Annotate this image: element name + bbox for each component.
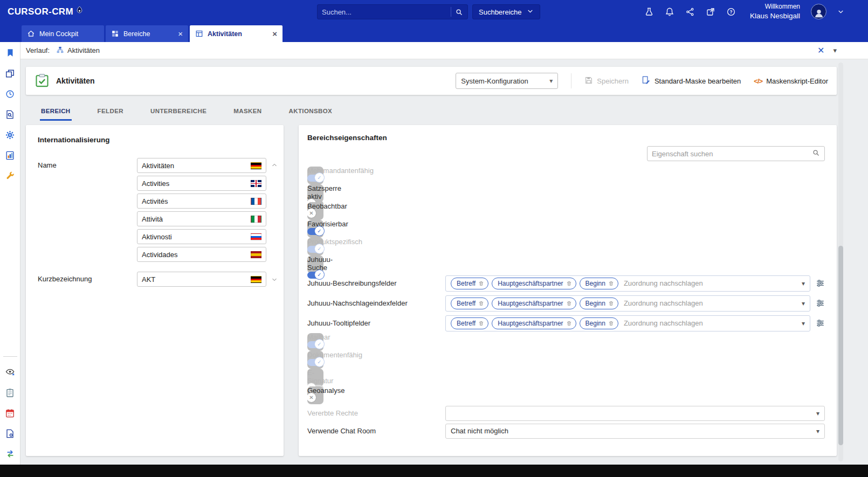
name-input-es[interactable] xyxy=(137,247,266,262)
chevron-down-icon[interactable]: ▾ xyxy=(802,300,805,307)
short-name-input[interactable] xyxy=(137,272,266,287)
name-input-gb[interactable] xyxy=(137,176,266,191)
tune-icon[interactable] xyxy=(816,299,825,308)
trash-icon[interactable] xyxy=(478,280,484,287)
trash-icon[interactable] xyxy=(608,280,614,287)
toggle-off[interactable]: ✕ xyxy=(307,395,323,402)
select-field[interactable]: Chat nicht möglich▾ xyxy=(445,424,825,439)
trash-icon[interactable] xyxy=(608,300,614,307)
chip[interactable]: Beginn xyxy=(580,298,618,309)
clipboard-icon[interactable] xyxy=(5,387,16,398)
chip[interactable]: Hauptgeschäftspartner xyxy=(492,278,576,289)
section-tab-aktionsbox[interactable]: AKTIONSBOX xyxy=(287,105,333,121)
trash-icon[interactable] xyxy=(608,320,614,327)
help-icon[interactable]: ? xyxy=(726,7,736,17)
section-tab-masken[interactable]: MASKEN xyxy=(232,105,263,121)
chip[interactable]: Betreff xyxy=(451,298,488,309)
search-doc-icon[interactable] xyxy=(5,109,16,120)
mask-script-editor-button[interactable]: </> Maskenskript-Editor xyxy=(754,77,828,85)
preview-icon[interactable] xyxy=(5,367,16,377)
scrollbar-thumb[interactable] xyxy=(838,246,843,445)
trash-icon[interactable] xyxy=(478,320,484,327)
save-button[interactable]: Speichern xyxy=(584,76,629,86)
avatar-menu-caret-icon[interactable] xyxy=(837,8,844,15)
doc-settings-icon[interactable] xyxy=(5,428,16,439)
chevron-down-icon[interactable]: ▾ xyxy=(802,280,805,287)
property-search[interactable] xyxy=(647,146,825,161)
edit-mask-button[interactable]: Standard-Maske bearbeiten xyxy=(642,75,741,86)
windows-icon[interactable] xyxy=(5,68,16,79)
tab-bereiche[interactable]: Bereiche× xyxy=(106,25,188,42)
name-input-fr[interactable] xyxy=(137,193,266,209)
flask-icon[interactable] xyxy=(644,7,654,17)
bell-icon[interactable] xyxy=(665,7,674,17)
bookmark-icon[interactable] xyxy=(5,47,16,58)
history-close-icon[interactable]: ✕ xyxy=(817,45,824,56)
trash-icon[interactable] xyxy=(566,300,572,307)
report-icon[interactable] xyxy=(5,150,16,161)
name-input-si[interactable] xyxy=(137,229,266,244)
name-input-de[interactable] xyxy=(137,158,266,173)
close-icon[interactable]: × xyxy=(268,30,277,38)
gear-icon[interactable] xyxy=(5,129,16,140)
avatar[interactable] xyxy=(811,4,826,19)
close-icon[interactable]: × xyxy=(174,30,183,38)
search-divider xyxy=(451,7,451,17)
chevron-down-icon[interactable] xyxy=(271,276,278,282)
search-icon[interactable] xyxy=(812,149,820,158)
configuration-select[interactable]: System-Konfiguration ▾ xyxy=(456,73,558,89)
property-row: Juhuuu-TooltipfelderBetreffHauptgeschäft… xyxy=(307,313,825,333)
tools-icon[interactable] xyxy=(5,170,16,181)
section-tab-unterbereiche[interactable]: UNTERBEREICHE xyxy=(149,105,208,121)
toggle-on: ✓ xyxy=(307,175,323,182)
chips-field[interactable]: BetreffHauptgeschäftspartnerBeginnZuordn… xyxy=(445,315,810,331)
toggle-off[interactable]: ✕ xyxy=(307,210,323,217)
external-link-icon[interactable] xyxy=(706,7,715,17)
property-search-input[interactable] xyxy=(652,150,812,158)
chips-field[interactable]: BetreffHauptgeschäftspartnerBeginnZuordn… xyxy=(445,295,810,312)
name-input-field[interactable] xyxy=(142,215,246,223)
name-input-it[interactable] xyxy=(137,211,266,226)
trash-icon[interactable] xyxy=(478,300,484,307)
global-search[interactable] xyxy=(317,4,468,19)
toggle-on[interactable]: ✓ xyxy=(307,272,323,279)
chevron-down-icon[interactable]: ▾ xyxy=(816,427,819,435)
trash-icon[interactable] xyxy=(566,320,572,327)
toggle-on[interactable]: ✓ xyxy=(307,228,323,235)
short-name-input-field[interactable] xyxy=(142,275,246,284)
tab-mein-cockpit[interactable]: Mein Cockpit xyxy=(22,25,104,42)
chip[interactable]: Hauptgeschäftspartner xyxy=(492,317,576,329)
share-icon[interactable] xyxy=(685,7,695,17)
chips-field[interactable]: BetreffHauptgeschäftspartnerBeginnZuordn… xyxy=(445,275,810,292)
section-tab-bereich[interactable]: BEREICH xyxy=(40,105,72,121)
chevron-down-icon[interactable]: ▾ xyxy=(816,410,819,417)
name-input-field[interactable] xyxy=(142,179,246,188)
name-input-field[interactable] xyxy=(142,162,246,170)
vertical-scrollbar[interactable] xyxy=(838,63,843,461)
configuration-select-value: System-Konfiguration xyxy=(461,77,528,85)
chip[interactable]: Hauptgeschäftspartner xyxy=(492,298,576,309)
name-input-field[interactable] xyxy=(142,251,246,259)
chip[interactable]: Beginn xyxy=(580,317,618,329)
search-icon[interactable] xyxy=(455,8,463,16)
name-input-field[interactable] xyxy=(142,197,246,205)
history-icon[interactable] xyxy=(5,88,16,99)
trash-icon[interactable] xyxy=(566,280,572,287)
section-tab-felder[interactable]: FELDER xyxy=(97,105,125,121)
sync-icon[interactable] xyxy=(5,448,16,459)
calendar-icon[interactable] xyxy=(5,407,16,418)
chip[interactable]: Betreff xyxy=(451,278,488,289)
chip[interactable]: Beginn xyxy=(580,278,618,289)
tune-icon[interactable] xyxy=(816,279,825,288)
tab-aktivitaeten[interactable]: Aktivitäten× xyxy=(190,25,283,42)
chevron-down-icon[interactable]: ▾ xyxy=(802,320,805,327)
tune-icon[interactable] xyxy=(816,319,825,328)
chip[interactable]: Betreff xyxy=(451,317,488,329)
search-scope-button[interactable]: Suchbereiche xyxy=(472,4,540,19)
chevron-up-icon[interactable] xyxy=(271,162,278,169)
select-field[interactable]: ▾ xyxy=(445,406,825,421)
history-collapse-caret-icon[interactable]: ▾ xyxy=(833,46,837,54)
name-input-field[interactable] xyxy=(142,233,246,241)
history-item-aktivitaeten[interactable]: Aktivitäten xyxy=(56,46,100,56)
global-search-input[interactable] xyxy=(322,8,447,16)
